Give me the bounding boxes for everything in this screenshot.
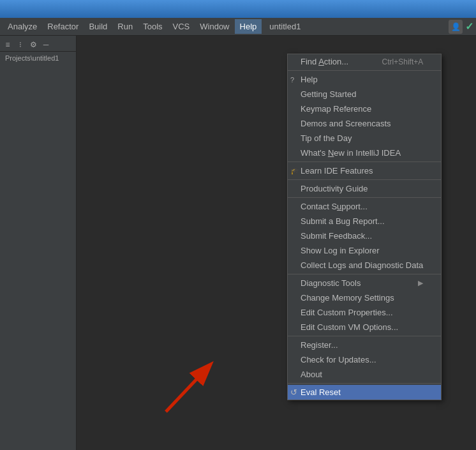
demos-label: Demos and Screencasts — [301, 119, 391, 128]
menu-edit-custom-props[interactable]: Edit Custom Properties... — [288, 305, 441, 320]
edit-props-label: Edit Custom Properties... — [301, 308, 393, 317]
find-action-label: Find Action... — [301, 57, 348, 66]
menu-analyze[interactable]: Analyze — [3, 19, 42, 34]
whats-new-label: What's New in IntelliJ IDEA — [301, 148, 401, 158]
svg-line-1 — [166, 366, 209, 412]
menu-help[interactable]: Help — [235, 19, 262, 34]
find-action-shortcut: Ctrl+Shift+A — [382, 57, 424, 66]
red-arrow — [140, 303, 242, 418]
separator-4 — [288, 197, 441, 198]
menu-eval-reset[interactable]: ↺ Eval Reset — [288, 385, 441, 400]
keymap-label: Keymap Reference — [301, 104, 371, 114]
toolbar-minimize-icon[interactable]: ─ — [41, 40, 51, 50]
submenu-arrow-icon: ▶ — [418, 279, 423, 287]
help-label: Help — [301, 75, 318, 84]
menu-find-action[interactable]: Find Action... Ctrl+Shift+A — [288, 54, 441, 69]
menu-build[interactable]: Build — [84, 19, 112, 34]
menu-refactor[interactable]: Refactor — [42, 19, 84, 34]
tip-label: Tip of the Day — [301, 133, 352, 143]
menu-change-memory[interactable]: Change Memory Settings — [288, 290, 441, 305]
menu-tip-of-day[interactable]: Tip of the Day — [288, 131, 441, 146]
editor-area: Find Action... Ctrl+Shift+A ? Help Getti… — [77, 36, 476, 450]
check-updates-label: Check for Updates... — [301, 355, 376, 364]
menu-window[interactable]: Window — [195, 19, 234, 34]
main-content: ≡ ⁝ ⚙ ─ Projects\untitled1 Find Action..… — [0, 36, 476, 450]
about-label: About — [301, 370, 322, 379]
menu-contact-support[interactable]: Contact Support... — [288, 199, 441, 214]
show-log-label: Show Log in Explorer — [301, 246, 380, 255]
register-label: Register... — [301, 340, 338, 350]
sidebar: ≡ ⁝ ⚙ ─ Projects\untitled1 — [0, 36, 77, 450]
learn-icon: 🎓 — [290, 167, 299, 175]
separator-7 — [288, 383, 441, 384]
menu-run[interactable]: Run — [112, 19, 138, 34]
edit-vm-label: Edit Custom VM Options... — [301, 322, 398, 332]
user-icon: 👤 — [449, 20, 463, 34]
eval-reset-label: Eval Reset — [301, 387, 341, 397]
menu-edit-custom-vm[interactable]: Edit Custom VM Options... — [288, 320, 441, 334]
reset-icon: ↺ — [290, 387, 297, 397]
menu-demos-screencasts[interactable]: Demos and Screencasts — [288, 116, 441, 131]
toolbar-list-icon[interactable]: ≡ — [3, 40, 13, 50]
menu-learn-ide[interactable]: 🎓 Learn IDE Features — [288, 163, 441, 178]
menu-help-item[interactable]: ? Help — [288, 72, 441, 87]
menu-show-log[interactable]: Show Log in Explorer — [288, 243, 441, 258]
separator-1 — [288, 70, 441, 71]
project-label: Projects\untitled1 — [0, 52, 76, 64]
learn-label: Learn IDE Features — [301, 166, 373, 176]
separator-2 — [288, 161, 441, 162]
contact-label: Contact Support... — [301, 202, 368, 211]
menu-whats-new[interactable]: What's New in IntelliJ IDEA — [288, 146, 441, 160]
toolbar-settings-icon[interactable]: ⚙ — [28, 40, 38, 50]
help-dropdown-menu: Find Action... Ctrl+Shift+A ? Help Getti… — [287, 54, 442, 400]
toolbar-sort-icon[interactable]: ⁝ — [15, 40, 26, 50]
menu-productivity-guide[interactable]: Productivity Guide — [288, 181, 441, 196]
question-icon: ? — [290, 76, 294, 84]
menu-bar: Analyze Refactor Build Run Tools VCS Win… — [0, 18, 476, 36]
menu-register[interactable]: Register... — [288, 338, 441, 352]
separator-6 — [288, 336, 441, 336]
menu-submit-bug[interactable]: Submit a Bug Report... — [288, 214, 441, 229]
menu-bar-right: 👤 ✓ — [449, 20, 473, 34]
menu-keymap-reference[interactable]: Keymap Reference — [288, 101, 441, 116]
menu-about[interactable]: About — [288, 367, 441, 382]
menu-getting-started[interactable]: Getting Started — [288, 87, 441, 101]
getting-started-label: Getting Started — [301, 89, 356, 99]
menu-tools[interactable]: Tools — [138, 19, 167, 34]
diagnostic-label: Diagnostic Tools — [301, 278, 361, 288]
submit-bug-label: Submit a Bug Report... — [301, 216, 385, 226]
separator-3 — [288, 179, 441, 180]
menu-diagnostic-tools[interactable]: Diagnostic Tools ▶ — [288, 276, 441, 290]
submit-feedback-label: Submit Feedback... — [301, 231, 372, 241]
title-bar — [0, 0, 476, 18]
tab-untitled1[interactable]: untitled1 — [262, 19, 308, 34]
sidebar-toolbar: ≡ ⁝ ⚙ ─ — [0, 38, 76, 52]
change-memory-label: Change Memory Settings — [301, 293, 394, 303]
menu-vcs[interactable]: VCS — [168, 19, 195, 34]
collect-logs-label: Collect Logs and Diagnostic Data — [301, 260, 423, 270]
menu-check-updates[interactable]: Check for Updates... — [288, 352, 441, 367]
menu-submit-feedback[interactable]: Submit Feedback... — [288, 229, 441, 243]
ide-indicator: ✓ — [465, 20, 473, 33]
productivity-label: Productivity Guide — [301, 184, 368, 193]
separator-5 — [288, 274, 441, 274]
menu-collect-logs[interactable]: Collect Logs and Diagnostic Data — [288, 258, 441, 273]
